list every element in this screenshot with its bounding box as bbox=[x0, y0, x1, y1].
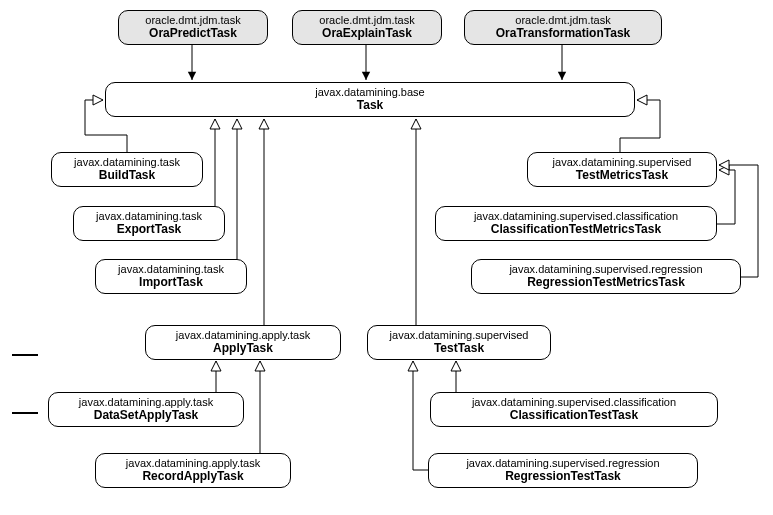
edge-mark bbox=[12, 354, 38, 356]
node-oraexplaintask: oracle.dmt.jdm.task OraExplainTask bbox=[292, 10, 442, 45]
class-label: ExportTask bbox=[84, 223, 214, 237]
class-label: OraTransformationTask bbox=[475, 27, 651, 41]
class-label: ImportTask bbox=[106, 276, 236, 290]
class-label: OraPredictTask bbox=[129, 27, 257, 41]
class-label: ApplyTask bbox=[156, 342, 330, 356]
class-label: ClassificationTestTask bbox=[441, 409, 707, 423]
node-exporttask: javax.datamining.task ExportTask bbox=[73, 206, 225, 241]
class-label: DataSetApplyTask bbox=[59, 409, 233, 423]
pkg-label: oracle.dmt.jdm.task bbox=[129, 14, 257, 27]
class-label: RegressionTestTask bbox=[439, 470, 687, 484]
pkg-label: oracle.dmt.jdm.task bbox=[303, 14, 431, 27]
node-task: javax.datamining.base Task bbox=[105, 82, 635, 117]
pkg-label: javax.datamining.supervised.classificati… bbox=[441, 396, 707, 409]
pkg-label: oracle.dmt.jdm.task bbox=[475, 14, 651, 27]
node-classificationtestmetricstask: javax.datamining.supervised.classificati… bbox=[435, 206, 717, 241]
pkg-label: javax.datamining.base bbox=[116, 86, 624, 99]
node-regressiontestmetricstask: javax.datamining.supervised.regression R… bbox=[471, 259, 741, 294]
pkg-label: javax.datamining.task bbox=[62, 156, 192, 169]
node-testtask: javax.datamining.supervised TestTask bbox=[367, 325, 551, 360]
node-recordapplytask: javax.datamining.apply.task RecordApplyT… bbox=[95, 453, 291, 488]
node-oratransformationtask: oracle.dmt.jdm.task OraTransformationTas… bbox=[464, 10, 662, 45]
pkg-label: javax.datamining.supervised.classificati… bbox=[446, 210, 706, 223]
class-label: RecordApplyTask bbox=[106, 470, 280, 484]
node-classificationtesttask: javax.datamining.supervised.classificati… bbox=[430, 392, 718, 427]
pkg-label: javax.datamining.supervised bbox=[378, 329, 540, 342]
class-label: BuildTask bbox=[62, 169, 192, 183]
node-orapredicttask: oracle.dmt.jdm.task OraPredictTask bbox=[118, 10, 268, 45]
class-label: OraExplainTask bbox=[303, 27, 431, 41]
pkg-label: javax.datamining.task bbox=[106, 263, 236, 276]
node-importtask: javax.datamining.task ImportTask bbox=[95, 259, 247, 294]
node-buildtask: javax.datamining.task BuildTask bbox=[51, 152, 203, 187]
pkg-label: javax.datamining.supervised.regression bbox=[439, 457, 687, 470]
pkg-label: javax.datamining.apply.task bbox=[59, 396, 233, 409]
pkg-label: javax.datamining.apply.task bbox=[156, 329, 330, 342]
node-regressiontesttask: javax.datamining.supervised.regression R… bbox=[428, 453, 698, 488]
edge-mark bbox=[12, 412, 38, 414]
node-datasetapplytask: javax.datamining.apply.task DataSetApply… bbox=[48, 392, 244, 427]
node-testmetricstask: javax.datamining.supervised TestMetricsT… bbox=[527, 152, 717, 187]
node-applytask: javax.datamining.apply.task ApplyTask bbox=[145, 325, 341, 360]
pkg-label: javax.datamining.supervised.regression bbox=[482, 263, 730, 276]
pkg-label: javax.datamining.apply.task bbox=[106, 457, 280, 470]
pkg-label: javax.datamining.supervised bbox=[538, 156, 706, 169]
class-label: TestTask bbox=[378, 342, 540, 356]
relationship-arrows bbox=[0, 0, 773, 515]
pkg-label: javax.datamining.task bbox=[84, 210, 214, 223]
class-label: Task bbox=[116, 99, 624, 113]
class-label: TestMetricsTask bbox=[538, 169, 706, 183]
class-label: ClassificationTestMetricsTask bbox=[446, 223, 706, 237]
class-label: RegressionTestMetricsTask bbox=[482, 276, 730, 290]
